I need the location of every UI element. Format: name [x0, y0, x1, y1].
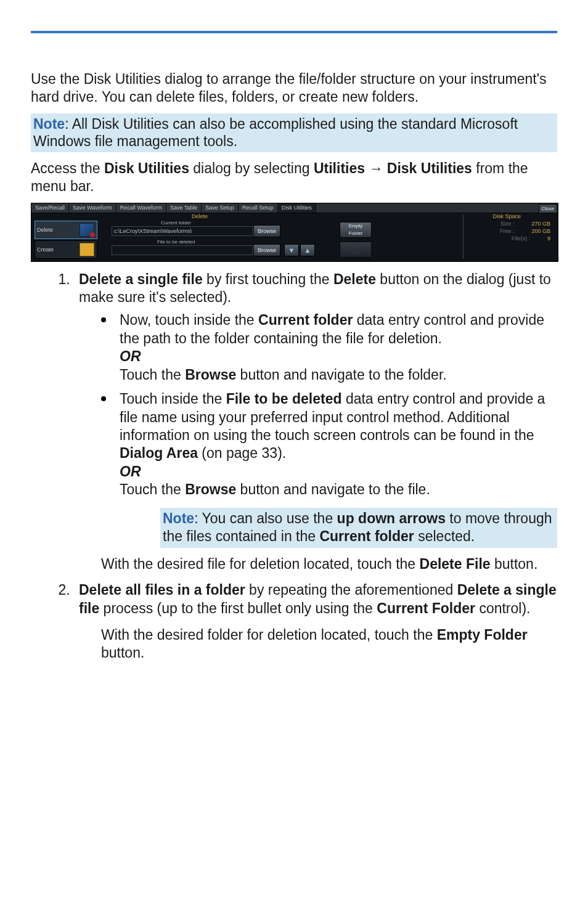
create-mode-button[interactable]: Create: [35, 240, 97, 259]
text-bold: Delete a single file: [79, 271, 203, 287]
text-bold: up down arrows: [337, 510, 446, 526]
delete-mode-button[interactable]: Delete: [35, 221, 97, 239]
text-bold: File to be deleted: [226, 391, 342, 407]
delete-icon: [80, 223, 94, 237]
text-bold: Delete all files in a folder: [79, 582, 245, 598]
tab-save-setup[interactable]: Save Setup: [202, 203, 239, 213]
text: button and navigate to the folder.: [236, 367, 446, 383]
text-bold: Delete File: [420, 556, 491, 572]
close-button[interactable]: Close: [539, 204, 557, 213]
text: (on page 33).: [198, 445, 286, 461]
text: Touch the: [120, 481, 185, 497]
files-value: 9: [547, 235, 550, 242]
label: Create: [35, 247, 54, 253]
text-bold: Utilities → Disk Utilities: [314, 160, 472, 176]
text-bold: Current Folder: [377, 600, 475, 616]
file-to-delete-label: File to be deleted: [157, 239, 195, 245]
current-folder-label: Current folder: [161, 220, 191, 226]
text: selected.: [414, 528, 475, 544]
tab-recall-setup[interactable]: Recall Setup: [239, 203, 278, 213]
text-bold: Disk Utilities: [104, 160, 189, 176]
after-bullets-1: With the desired file for deletion locat…: [101, 555, 557, 573]
step-2: Delete all files in a folder by repeatin…: [74, 581, 557, 661]
free-label: Free :: [500, 228, 515, 234]
note-box-2: Note: You can also use the up down arrow…: [160, 508, 557, 548]
access-paragraph: Access the Disk Utilities dialog by sele…: [31, 160, 557, 195]
after-step-2: With the desired folder for deletion loc…: [101, 626, 557, 662]
divider: [463, 214, 463, 259]
tab-save-waveform[interactable]: Save Waveform: [69, 203, 116, 213]
text: by first touching the: [203, 271, 333, 287]
folder-icon: [80, 243, 94, 256]
text-bold: Dialog Area: [120, 445, 198, 461]
text-bold: Delete: [333, 271, 376, 287]
disk-space-title: Disk Space: [492, 213, 521, 219]
text: button.: [491, 556, 538, 572]
file-up-button[interactable]: ▲: [300, 244, 315, 256]
text: button and navigate to the file.: [236, 481, 430, 497]
text: process (up to the first bullet only usi…: [99, 600, 377, 616]
note-lead: Note: [163, 510, 194, 526]
note-body: : All Disk Utilities can also be accompl…: [33, 116, 518, 150]
file-to-delete-input[interactable]: [112, 245, 253, 255]
procedure-list: Delete a single file by first touching t…: [31, 271, 557, 662]
tab-recall-waveform[interactable]: Recall Waveform: [116, 203, 166, 213]
step-1: Delete a single file by first touching t…: [74, 271, 557, 573]
free-value: 200 GB: [531, 228, 550, 234]
current-folder-input[interactable]: c:\LeCroy\XStream\Waveforms\: [112, 226, 253, 236]
text-bold: Browse: [185, 367, 236, 383]
text: Access the: [31, 160, 104, 176]
text-bold: Current folder: [258, 312, 353, 328]
files-label: File(s) :: [512, 235, 530, 242]
text-bold: Empty Folder: [437, 627, 528, 643]
tab-disk-utilities[interactable]: Disk Utilities: [278, 203, 316, 213]
text: Now, touch inside the: [120, 312, 258, 328]
or-text: OR: [120, 348, 141, 364]
tab-strip: Save/Recall Save Waveform Recall Wavefor…: [31, 203, 558, 213]
empty-folder-button[interactable]: Empty Folder: [340, 222, 372, 238]
header-rule: [31, 31, 557, 33]
delete-file-button[interactable]: Delete File: [340, 242, 372, 258]
size-value: 270 GB: [531, 221, 550, 227]
browse-folder-button[interactable]: Browse: [253, 225, 280, 237]
text: : You can also use the: [194, 510, 337, 526]
label: Delete: [35, 227, 53, 233]
file-down-button[interactable]: ▼: [284, 244, 299, 256]
text-bold: Current folder: [319, 528, 414, 544]
text: With the desired file for deletion locat…: [101, 556, 420, 572]
intro-paragraph: Use the Disk Utilities dialog to arrange…: [31, 70, 557, 106]
disk-utilities-dialog: Save/Recall Save Waveform Recall Wavefor…: [31, 203, 558, 262]
text: by repeating the aforementioned: [245, 582, 457, 598]
text: button.: [101, 645, 144, 661]
text: control).: [475, 600, 530, 616]
text: dialog by selecting: [189, 160, 314, 176]
text: Touch the: [120, 367, 185, 383]
text: With the desired folder for deletion loc…: [101, 627, 437, 643]
browse-file-button[interactable]: Browse: [253, 244, 280, 256]
text-bold: Browse: [185, 481, 236, 497]
bullet-1: Now, touch inside the Current folder dat…: [120, 311, 557, 384]
tab-save-table[interactable]: Save Table: [166, 203, 202, 213]
note-lead: Note: [33, 116, 65, 132]
bullet-2: Touch inside the File to be deleted data…: [120, 390, 557, 499]
section-title: Delete: [192, 213, 208, 219]
size-label: Size :: [500, 221, 515, 227]
note-box-1: Note: All Disk Utilities can also be acc…: [31, 113, 557, 153]
bullet-list: Now, touch inside the Current folder dat…: [79, 311, 557, 499]
tab-save-recall[interactable]: Save/Recall: [31, 203, 69, 213]
text: Touch inside the: [120, 391, 226, 407]
or-text: OR: [120, 463, 141, 479]
